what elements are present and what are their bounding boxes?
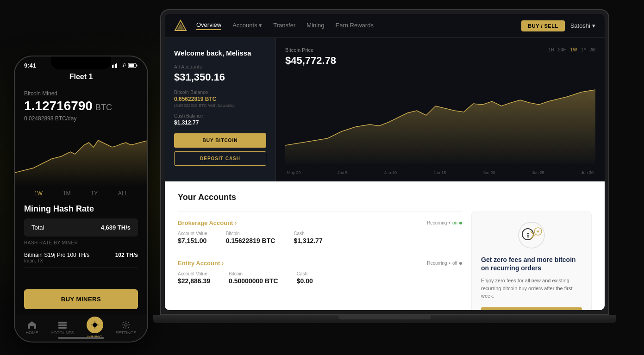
bitcoin-price-value: $45,772.78 bbox=[285, 55, 595, 67]
phone-nav-accounts[interactable]: ACCOUNTS bbox=[50, 321, 74, 335]
chart-date-1: May 29 bbox=[287, 170, 301, 175]
laptop-base-inner bbox=[338, 315, 431, 319]
phone-miner-name: Bitmain S19j Pro 100 TH/s bbox=[24, 252, 89, 258]
phone-miner-info: Bitmain S19j Pro 100 TH/s Iraan, TX bbox=[24, 252, 89, 263]
cash-balance: $1,312.77 bbox=[174, 119, 266, 126]
svg-rect-2 bbox=[115, 64, 116, 68]
phone-notch bbox=[51, 56, 111, 69]
phone-nav-settings[interactable]: SETTINGS bbox=[116, 321, 137, 335]
svg-rect-3 bbox=[116, 63, 117, 68]
chart-date-5: Jun 20 bbox=[482, 170, 495, 175]
phone-time: 9:41 bbox=[24, 62, 36, 69]
svg-point-4 bbox=[123, 66, 124, 67]
bitcoin-chart-area bbox=[285, 71, 595, 168]
chart-filter-24h[interactable]: 24H bbox=[558, 47, 566, 52]
bitcoin-withdrawable: (0.65622819 BTC Withdrawable) bbox=[174, 103, 266, 108]
nav-link-earn-rewards[interactable]: Earn Rewards bbox=[336, 22, 374, 30]
brokerage-account-name[interactable]: Brokerage Account › bbox=[178, 219, 237, 226]
phone-section-mining: Mining Hash Rate bbox=[24, 204, 138, 214]
phone-home-indicator bbox=[58, 337, 104, 339]
phone-total-value: 4,639 TH/s bbox=[101, 224, 131, 231]
entity-cash: Cash $0.00 bbox=[297, 271, 313, 285]
phone-filter-1w[interactable]: 1W bbox=[34, 190, 43, 197]
phone-filter-all[interactable]: ALL bbox=[118, 190, 128, 197]
svg-rect-8 bbox=[58, 322, 67, 324]
accounts-section: Your Accounts Brokerage Account › Recurr… bbox=[165, 181, 605, 310]
main-content: Welcome back, Melissa All Accounts $31,3… bbox=[165, 38, 605, 310]
brokerage-cash: Cash $1,312.77 bbox=[294, 231, 322, 244]
promo-card: Get zero fees and more bitcoin on recurr… bbox=[471, 212, 592, 310]
chart-date-6: Jun 25 bbox=[532, 170, 544, 175]
nav-link-mining[interactable]: Mining bbox=[306, 22, 324, 30]
svg-rect-10 bbox=[58, 327, 67, 329]
chart-filter-1w[interactable]: 1W bbox=[570, 47, 577, 52]
deposit-cash-button[interactable]: DEPOSIT CASH bbox=[174, 151, 266, 166]
welcome-greeting: Welcome back, Melissa bbox=[174, 49, 266, 57]
entity-account-name[interactable]: Entity Account › bbox=[178, 260, 224, 267]
svg-point-16 bbox=[125, 324, 127, 326]
laptop-mockup: Overview Accounts ▾ Transfer Mining Earn… bbox=[153, 9, 616, 343]
buy-bitcoin-button[interactable]: BUY BITCOIN bbox=[174, 133, 266, 148]
brokerage-account-value: Account Value $7,151.00 bbox=[178, 231, 207, 244]
promo-icon bbox=[518, 221, 545, 249]
entity-account-value: Account Value $22,886.39 bbox=[178, 271, 210, 285]
phone-btc-unit: BTC bbox=[95, 103, 112, 112]
phone-filter-1m[interactable]: 1M bbox=[63, 190, 71, 197]
phone-daily-rate: 0.02482898 BTC/day bbox=[24, 115, 138, 122]
laptop-screen: Overview Accounts ▾ Transfer Mining Earn… bbox=[165, 14, 605, 310]
chart-date-2: Jun 5 bbox=[338, 170, 348, 175]
total-value: $31,350.16 bbox=[174, 71, 266, 83]
user-menu[interactable]: Satoshi ▾ bbox=[570, 22, 595, 29]
chart-filter-all[interactable]: All bbox=[590, 47, 595, 52]
create-recurring-button[interactable]: CREATE A RECURRING ORDER bbox=[481, 307, 582, 310]
svg-point-11 bbox=[93, 323, 97, 327]
phone-miner-row: Bitmain S19j Pro 100 TH/s Iraan, TX 102 … bbox=[24, 248, 138, 268]
nav-link-transfer[interactable]: Transfer bbox=[273, 22, 295, 30]
entity-bitcoin: Bitcoin 0.50000000 BTC bbox=[229, 271, 278, 285]
laptop-body: Overview Accounts ▾ Transfer Mining Earn… bbox=[160, 9, 609, 315]
chart-filter-1h[interactable]: 1H bbox=[548, 47, 554, 52]
phone-chart bbox=[15, 126, 147, 187]
svg-rect-1 bbox=[113, 64, 114, 68]
chart-time-buttons: 1H 24H 1W 1Y All bbox=[548, 47, 595, 52]
phone-status-icons bbox=[112, 63, 138, 68]
entity-recurring-badge: Recurring • off bbox=[427, 261, 462, 266]
chart-date-3: Jun 10 bbox=[384, 170, 397, 175]
cash-balance-label: Cash Balance bbox=[174, 113, 266, 118]
svg-rect-0 bbox=[112, 65, 113, 68]
phone-main-content: Bitcoin Mined 1.12716790 BTC 0.02482898 … bbox=[15, 86, 147, 272]
accounts-list: Brokerage Account › Recurring • on bbox=[178, 212, 462, 310]
top-row: Welcome back, Melissa All Accounts $31,3… bbox=[165, 38, 605, 181]
accounts-title: Your Accounts bbox=[178, 193, 592, 202]
recurring-on-indicator bbox=[459, 222, 462, 224]
phone-filter-1y[interactable]: 1Y bbox=[91, 190, 98, 197]
chart-filter-1y[interactable]: 1Y bbox=[581, 47, 587, 52]
phone-hashrate-total-row: Total 4,639 TH/s bbox=[24, 218, 138, 237]
phone-fleet-name: Fleet 1 bbox=[15, 71, 147, 86]
entity-account-values: Account Value $22,886.39 Bitcoin 0.50000… bbox=[178, 271, 462, 285]
phone-buy-miners-button[interactable]: BUY MINERS bbox=[24, 289, 138, 309]
buy-sell-button[interactable]: BUY / SELL bbox=[521, 20, 564, 31]
brokerage-account-values: Account Value $7,151.00 Bitcoin 0.156228… bbox=[178, 231, 462, 244]
svg-rect-9 bbox=[58, 324, 67, 326]
recurring-off-indicator bbox=[459, 262, 462, 265]
promo-description: Enjoy zero fees for all new and existing… bbox=[481, 277, 582, 300]
bitcoin-balance-label: Bitcoin Balance bbox=[174, 90, 266, 95]
laptop-base bbox=[153, 315, 616, 323]
promo-icon-area bbox=[481, 221, 582, 249]
navigation: Overview Accounts ▾ Transfer Mining Earn… bbox=[165, 14, 605, 38]
nav-link-accounts[interactable]: Accounts ▾ bbox=[232, 22, 262, 30]
svg-marker-18 bbox=[177, 23, 184, 30]
phone-hash-by-miner-label: HASH RATE BY MINER bbox=[24, 240, 138, 245]
phone-nav-mining[interactable]: MINING bbox=[87, 317, 103, 339]
promo-title: Get zero fees and more bitcoin on recurr… bbox=[481, 255, 582, 272]
phone-total-label: Total bbox=[31, 224, 44, 231]
brokerage-recurring-badge: Recurring • on bbox=[427, 220, 462, 225]
chart-dates: May 29 Jun 5 Jun 10 Jun 15 Jun 20 Jun 25… bbox=[285, 170, 595, 175]
entity-account-row: Entity Account › Recurring • off bbox=[178, 252, 462, 292]
phone-nav-home[interactable]: HOME bbox=[25, 321, 38, 335]
accounts-grid: Brokerage Account › Recurring • on bbox=[178, 212, 592, 310]
nav-link-overview[interactable]: Overview bbox=[196, 21, 221, 30]
all-accounts-label: All Accounts bbox=[174, 64, 266, 69]
svg-rect-6 bbox=[129, 64, 134, 67]
